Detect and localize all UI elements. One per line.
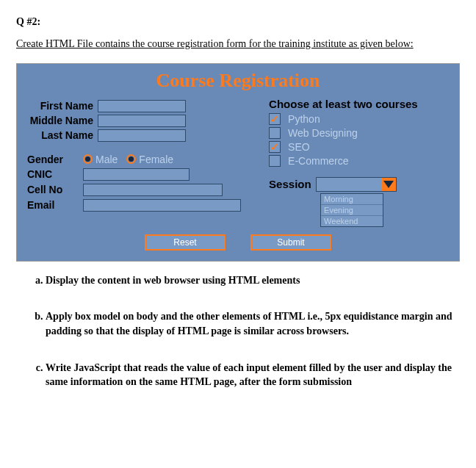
subquestion-a: Display the content in web browser using… [46, 273, 460, 288]
middle-name-input[interactable] [98, 115, 186, 127]
session-label: Session [269, 178, 311, 190]
question-prompt: Create HTML File contains the course reg… [16, 35, 460, 53]
session-select[interactable] [316, 177, 397, 192]
course-seo-label: SEO [288, 141, 310, 153]
submit-button[interactable]: Submit [250, 234, 331, 251]
course-webdesign-checkbox[interactable] [269, 127, 281, 139]
session-option-weekend[interactable]: Weekend [321, 216, 383, 226]
cell-label: Cell No [27, 184, 83, 195]
course-seo-checkbox[interactable]: ✓ [269, 141, 281, 153]
gender-female-radio[interactable] [126, 154, 136, 164]
first-name-input[interactable] [98, 100, 186, 112]
courses-heading: Choose at least two courses [269, 98, 459, 110]
session-dropdown-list[interactable]: Morning Evening Weekend [320, 193, 383, 227]
subquestion-c: Write JavaScript that reads the value of… [46, 361, 460, 389]
course-python-checkbox[interactable]: ✓ [269, 113, 281, 125]
question-number: Q #2: [16, 16, 460, 28]
gender-male-option[interactable]: Male [95, 154, 118, 165]
cnic-input[interactable] [83, 168, 190, 181]
subquestion-b: Apply box model on body and the other el… [46, 309, 460, 338]
course-webdesign-label: Web Designing [288, 127, 358, 139]
registration-form-panel: Course Registration First Name Middle Na… [16, 63, 460, 262]
email-input[interactable] [83, 199, 241, 212]
session-option-morning[interactable]: Morning [321, 194, 383, 205]
gender-female-option[interactable]: Female [139, 154, 173, 165]
gender-male-radio[interactable] [83, 154, 93, 164]
chevron-down-icon[interactable] [381, 178, 396, 191]
session-option-evening[interactable]: Evening [321, 205, 383, 216]
cell-input[interactable] [83, 184, 223, 196]
course-python-label: Python [288, 113, 320, 125]
email-label: Email [27, 199, 83, 211]
middle-name-label: Middle Name [27, 115, 98, 126]
cnic-label: CNIC [27, 168, 83, 180]
course-ecommerce-checkbox[interactable] [269, 155, 281, 167]
first-name-label: First Name [27, 100, 98, 112]
course-ecommerce-label: E-Commerce [288, 155, 348, 167]
gender-label: Gender [27, 154, 83, 165]
reset-button[interactable]: Reset [145, 234, 226, 251]
form-title: Course Registration [17, 70, 459, 92]
last-name-input[interactable] [98, 129, 186, 142]
last-name-label: Last Name [27, 129, 98, 141]
